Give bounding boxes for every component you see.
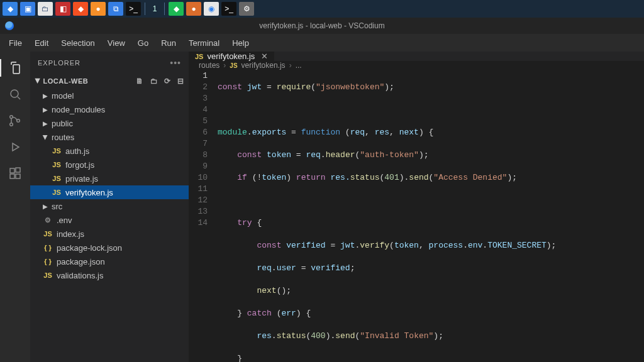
title-bar[interactable]: verifytoken.js - local-web - VSCodium <box>0 18 644 34</box>
taskbar-running-1[interactable]: ◆ <box>169 2 184 16</box>
editor-group: JS verifytoken.js ✕ routes › JS verifyto… <box>189 52 644 362</box>
tree-file[interactable]: JSauth.js <box>30 144 189 158</box>
chevron-right-icon: › <box>289 61 292 70</box>
menu-terminal[interactable]: Terminal <box>182 36 226 50</box>
activity-bar <box>0 52 30 362</box>
menu-file[interactable]: File <box>3 36 28 50</box>
line-number: 6 <box>189 127 208 138</box>
menu-help[interactable]: Help <box>226 36 255 50</box>
breadcrumb-seg[interactable]: verifytoken.js <box>242 61 286 70</box>
activity-scm-icon[interactable] <box>0 108 30 133</box>
tab-verifytoken[interactable]: JS verifytoken.js ✕ <box>189 52 275 61</box>
explorer-title: EXPLORER <box>38 59 80 67</box>
line-number: 5 <box>189 116 208 127</box>
tree-file[interactable]: JSvalidations.js <box>30 268 189 282</box>
taskbar-running-2[interactable]: ● <box>186 2 201 16</box>
chevron-right-icon: ▶ <box>43 92 48 99</box>
menu-run[interactable]: Run <box>155 36 182 50</box>
svg-point-3 <box>17 119 20 123</box>
tree-item-label: node_modules <box>52 105 105 114</box>
code-editor[interactable]: 1234567891011121314 const jwt = require(… <box>189 70 644 362</box>
line-number: 2 <box>189 82 208 93</box>
app-icon <box>5 21 14 30</box>
taskbar-workspace-number[interactable]: 1 <box>149 2 160 16</box>
file-tree: ▶model▶node_modules▶public▶routesJSauth.… <box>30 89 189 362</box>
menu-view[interactable]: View <box>101 36 131 50</box>
js-file-icon: JS <box>52 189 62 196</box>
line-number: 14 <box>189 217 208 229</box>
tree-file[interactable]: JSforgot.js <box>30 158 189 172</box>
line-number: 7 <box>189 138 208 150</box>
new-folder-icon[interactable]: 🗀 <box>150 77 158 85</box>
taskbar-running-5[interactable]: ⚙ <box>239 2 254 16</box>
code-content[interactable]: const jwt = require("jsonwebtoken"); mod… <box>218 70 644 362</box>
svg-rect-6 <box>16 174 20 178</box>
line-number: 4 <box>189 104 208 116</box>
taskbar-app-brave[interactable]: ◆ <box>73 2 88 16</box>
svg-rect-4 <box>10 168 14 173</box>
tree-item-label: public <box>52 119 73 128</box>
js-file-icon: JS <box>52 147 62 155</box>
explorer-sidebar: EXPLORER ••• ▶ LOCAL-WEB 🗎 🗀 ⟳ ⊟ ▶model▶… <box>30 52 189 362</box>
taskbar-app-files[interactable]: 🗀 <box>38 2 53 16</box>
line-number: 13 <box>189 206 208 217</box>
line-number: 9 <box>189 161 208 172</box>
taskbar-app-firefox[interactable]: ● <box>91 2 106 16</box>
tree-file[interactable]: JSprivate.js <box>30 172 189 185</box>
menu-bar: File Edit Selection View Go Run Terminal… <box>0 34 644 52</box>
refresh-icon[interactable]: ⟳ <box>164 77 171 85</box>
taskbar-app-1[interactable]: ▣ <box>20 2 35 16</box>
start-menu-icon[interactable]: ◆ <box>3 2 18 16</box>
chevron-right-icon: ▶ <box>43 106 48 113</box>
taskbar-running-3[interactable]: ◉ <box>204 2 219 16</box>
tree-file[interactable]: JSindex.js <box>30 227 189 241</box>
new-file-icon[interactable]: 🗎 <box>136 77 144 85</box>
tree-item-label: verifytoken.js <box>65 188 113 197</box>
breadcrumb-seg[interactable]: ... <box>296 61 302 70</box>
line-number: 3 <box>189 93 208 104</box>
tree-item-label: routes <box>52 133 74 142</box>
tree-file[interactable]: ⚙.env <box>30 213 189 227</box>
chevron-right-icon: › <box>223 61 226 70</box>
tree-folder[interactable]: ▶node_modules <box>30 102 189 116</box>
activity-search-icon[interactable] <box>0 82 30 107</box>
tree-item-label: auth.js <box>65 146 89 156</box>
activity-extensions-icon[interactable] <box>0 161 30 186</box>
window-title: verifytoken.js - local-web - VSCodium <box>259 21 384 30</box>
tree-item-label: .env <box>57 216 72 225</box>
tree-item-label: validations.js <box>57 271 103 280</box>
breadcrumb-seg[interactable]: routes <box>199 61 219 70</box>
svg-rect-5 <box>10 174 14 178</box>
tree-folder[interactable]: ▶routes <box>30 130 189 144</box>
line-number: 12 <box>189 195 208 206</box>
menu-edit[interactable]: Edit <box>28 36 55 50</box>
tree-folder[interactable]: ▶public <box>30 116 189 130</box>
tree-file[interactable]: { }package.json <box>30 255 189 268</box>
tree-folder[interactable]: ▶model <box>30 89 189 102</box>
breadcrumbs[interactable]: routes › JS verifytoken.js › ... <box>189 61 644 70</box>
taskbar-app-terminal[interactable]: >_ <box>126 2 141 16</box>
taskbar-app-doc[interactable]: ◧ <box>55 2 70 16</box>
collapse-icon[interactable]: ⊟ <box>177 77 184 85</box>
line-number: 10 <box>189 172 208 184</box>
js-file-icon: JS <box>43 230 53 238</box>
js-file-icon: JS <box>195 53 203 60</box>
tree-file[interactable]: JSverifytoken.js <box>30 185 189 199</box>
taskbar-app-screens[interactable]: ⧉ <box>108 2 123 16</box>
menu-go[interactable]: Go <box>131 36 155 50</box>
explorer-more-icon[interactable]: ••• <box>170 58 181 68</box>
folder-header[interactable]: ▶ LOCAL-WEB 🗎 🗀 ⟳ ⊟ <box>30 74 189 89</box>
activity-explorer-icon[interactable] <box>0 55 30 80</box>
explorer-title-row: EXPLORER ••• <box>30 52 189 74</box>
js-file-icon: JS <box>52 175 62 182</box>
menu-selection[interactable]: Selection <box>55 36 101 50</box>
activity-debug-icon[interactable] <box>0 134 30 160</box>
tab-label: verifytoken.js <box>207 52 255 61</box>
tree-folder[interactable]: ▶src <box>30 199 189 213</box>
js-file-icon: JS <box>52 161 62 168</box>
tree-item-label: forgot.js <box>65 160 94 170</box>
close-icon[interactable]: ✕ <box>258 52 268 61</box>
tree-item-label: src <box>52 202 62 211</box>
taskbar-running-4[interactable]: >_ <box>221 2 236 16</box>
tree-file[interactable]: { }package-lock.json <box>30 241 189 255</box>
